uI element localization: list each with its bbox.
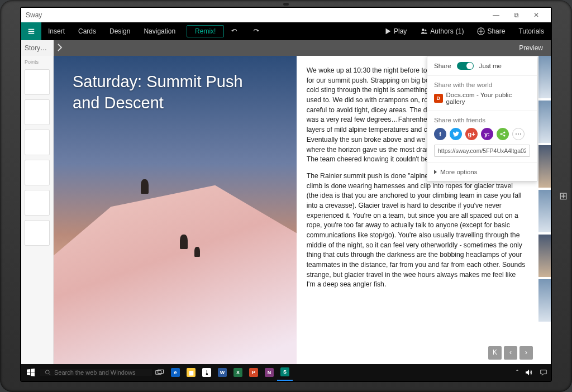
window-maximize-button[interactable]: ⧉ <box>506 11 526 19</box>
hero-title-line1: Saturday: Summit Push <box>73 71 243 93</box>
preview-canvas: Saturday: Summit Push and Descent We wok… <box>54 56 551 364</box>
authors-button[interactable]: Authors (1) <box>413 22 470 40</box>
docs-com-label: Docs.com - Your public gallery <box>446 92 530 105</box>
play-icon <box>384 27 392 35</box>
share-twitter-button[interactable] <box>450 128 462 140</box>
card-thumbnail[interactable] <box>25 130 50 155</box>
svg-rect-6 <box>156 371 161 374</box>
play-button[interactable]: Play <box>377 22 413 40</box>
authors-count: (1) <box>456 27 464 35</box>
expand-storyline-button[interactable] <box>54 44 66 53</box>
play-label: Play <box>394 27 407 35</box>
docs-icon <box>434 94 443 103</box>
storyline-panel: Points <box>21 56 54 364</box>
pager-prev-button[interactable]: ‹ <box>504 346 517 360</box>
undo-button[interactable] <box>224 22 245 40</box>
window-close-button[interactable]: ✕ <box>526 11 546 19</box>
share-friends-heading: Share with friends <box>434 117 530 123</box>
svg-point-5 <box>45 370 49 374</box>
taskbar-app-sway[interactable]: S <box>277 364 293 381</box>
share-flyout-title: Share <box>434 63 451 69</box>
right-thumbnail-strip <box>538 56 551 364</box>
pager-k-button[interactable]: K <box>488 346 502 360</box>
card-thumbnail[interactable] <box>25 190 50 216</box>
climber-figure <box>141 179 149 194</box>
volume-icon <box>525 369 533 376</box>
gallery-thumbnail[interactable] <box>538 279 551 322</box>
task-view-icon <box>155 369 164 376</box>
share-facebook-button[interactable]: f <box>434 128 446 140</box>
taskbar-search[interactable] <box>40 369 152 376</box>
share-button[interactable]: Share <box>470 22 512 40</box>
tutorials-button[interactable]: Tutorials <box>512 22 551 40</box>
ribbon-tab-design[interactable]: Design <box>103 22 137 40</box>
preview-tab[interactable]: Preview <box>519 44 551 52</box>
gallery-thumbnail[interactable] <box>538 235 551 277</box>
svg-rect-7 <box>158 370 164 373</box>
ribbon-tab-insert[interactable]: Insert <box>41 22 72 40</box>
share-more-services-button[interactable]: ⋯ <box>512 128 525 140</box>
share-icon <box>477 27 485 35</box>
gallery-thumbnail[interactable] <box>538 101 551 143</box>
hero-image: Saturday: Summit Push and Descent <box>54 56 297 364</box>
action-center-icon <box>540 369 547 376</box>
share-more-options-button[interactable]: More options <box>427 163 537 181</box>
share-flyout: Share Just me Share with the world Docs.… <box>427 56 537 181</box>
docs-com-link[interactable]: Docs.com - Your public gallery <box>434 92 530 105</box>
window-titlebar: Sway — ⧉ ✕ <box>21 8 551 22</box>
share-url-input[interactable] <box>434 145 530 157</box>
share-more-options-label: More options <box>440 169 477 175</box>
app-title: Sway <box>26 11 42 19</box>
command-bar: Insert Cards Design Navigation Remix! Pl… <box>21 22 551 40</box>
hero-title: Saturday: Summit Push and Descent <box>73 71 243 113</box>
card-thumbnail[interactable] <box>25 99 50 125</box>
tablet-camera <box>283 3 289 6</box>
taskbar-app-edge[interactable]: e <box>168 364 183 381</box>
tablet-frame: ⊞ Sway — ⧉ ✕ Insert Cards Design Navigat… <box>0 0 572 392</box>
view-tabstrip: Story… Preview <box>21 40 551 56</box>
share-world-heading: Share with the world <box>434 82 530 88</box>
article-paragraph-2: The Rainier summit push is done "alpine … <box>307 171 526 290</box>
tray-volume-button[interactable] <box>522 364 536 381</box>
storyline-tab[interactable]: Story… <box>21 40 54 56</box>
gallery-thumbnail[interactable] <box>538 56 551 98</box>
storyline-heading: Points <box>23 59 51 65</box>
card-thumbnail[interactable] <box>25 69 50 95</box>
svg-point-1 <box>425 30 426 31</box>
share-scope-toggle[interactable] <box>457 62 474 70</box>
windows-hardware-key[interactable]: ⊞ <box>559 190 568 202</box>
ribbon-tab-cards[interactable]: Cards <box>72 22 103 40</box>
share-yammer-button[interactable]: y: <box>481 128 493 140</box>
gallery-thumbnail[interactable] <box>538 145 551 188</box>
taskbar-app-explorer[interactable]: ▆ <box>183 364 199 381</box>
card-thumbnail[interactable] <box>25 160 50 185</box>
remix-button[interactable]: Remix! <box>187 25 224 37</box>
hero-title-line2: and Descent <box>73 93 243 114</box>
taskbar-app-excel[interactable]: X <box>230 364 246 381</box>
climber-figure <box>180 235 188 249</box>
hamburger-button[interactable] <box>21 22 41 40</box>
app-body: Points <box>21 56 551 364</box>
ribbon-tab-navigation[interactable]: Navigation <box>137 22 182 40</box>
pager-next-button[interactable]: › <box>519 346 533 360</box>
redo-button[interactable] <box>245 22 266 40</box>
tray-chevron-button[interactable]: ˆ <box>513 364 522 381</box>
taskbar-search-input[interactable] <box>54 369 152 376</box>
tray-action-center-button[interactable] <box>536 364 551 381</box>
task-view-button[interactable] <box>152 364 168 381</box>
authors-label: Authors <box>430 27 453 35</box>
share-googleplus-button[interactable]: g+ <box>465 128 478 140</box>
card-thumbnail[interactable] <box>25 220 50 246</box>
start-button[interactable] <box>21 364 40 381</box>
gallery-thumbnail[interactable] <box>538 190 551 232</box>
taskbar-app-word[interactable]: W <box>214 364 230 381</box>
taskbar-app-store[interactable]: ⭳ <box>199 364 214 381</box>
share-generic-button[interactable] <box>497 128 509 140</box>
window-minimize-button[interactable]: — <box>486 11 506 19</box>
share-scope-label: Just me <box>479 63 502 69</box>
taskbar-app-powerpoint[interactable]: P <box>246 364 261 381</box>
share-label: Share <box>487 27 505 35</box>
search-icon <box>45 369 51 376</box>
triangle-right-icon <box>434 170 437 174</box>
taskbar-app-onenote[interactable]: N <box>261 364 277 381</box>
